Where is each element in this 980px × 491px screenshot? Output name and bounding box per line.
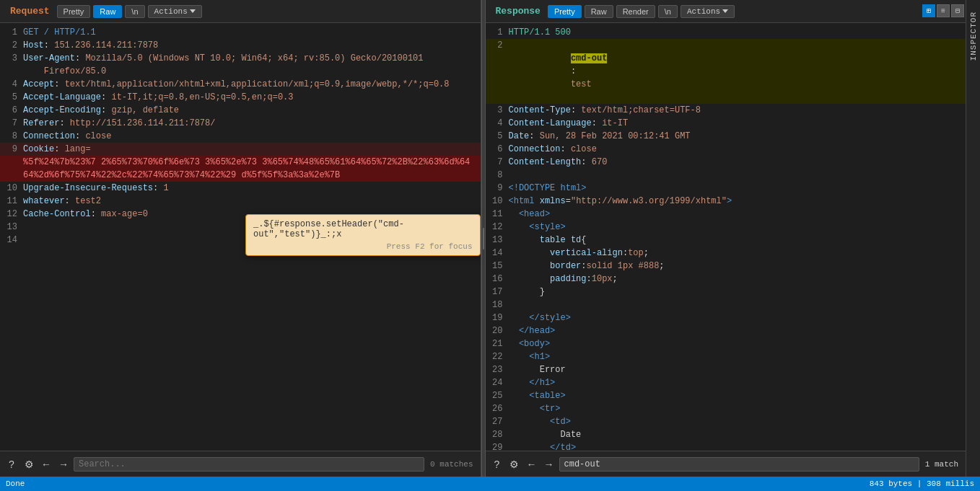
response-line: 17 } [486, 286, 966, 298]
response-line: 20 </head> [486, 324, 966, 337]
request-line-highlight: 64%2d%6f%75%74%22%2c%22%74%65%73%74%22%2… [0, 169, 481, 182]
response-line: 25 <table> [486, 389, 966, 402]
request-search-input[interactable] [74, 457, 424, 472]
response-line: 23 Error [486, 363, 966, 376]
settings-icon[interactable]: ⚙ [22, 457, 36, 472]
request-line: 5 Accept-Language: it-IT,it;q=0.8,en-US;… [0, 91, 481, 104]
response-line: 5 Date: Sun, 28 Feb 2021 00:12:41 GMT [486, 130, 966, 143]
tab-response-pretty[interactable]: Pretty [548, 5, 582, 18]
request-line: 11 whatever: test2 [0, 195, 481, 208]
request-content: 1 GET / HTTP/1.1 2 Host: 151.236.114.211… [0, 23, 481, 451]
response-line: 3 Content-Type: text/html;charset=UTF-8 [486, 104, 966, 117]
inspector-label[interactable]: INSPECTOR [968, 6, 979, 66]
request-toolbar: ? ⚙ ← → 0 matches [0, 451, 481, 477]
request-line-highlight: 9 Cookie: lang= [0, 143, 481, 156]
tab-request-newline[interactable]: \n [125, 5, 144, 18]
response-line: 6 Connection: close [486, 143, 966, 156]
request-panel: Request Pretty Raw \n Actions 1 GET / HT… [0, 0, 481, 477]
response-toolbar: ? ⚙ ← → 1 match [486, 451, 966, 477]
request-line: 6 Accept-Encoding: gzip, deflate [0, 104, 481, 117]
response-line: 19 </style> [486, 311, 966, 324]
tab-response-raw[interactable]: Raw [585, 5, 613, 18]
response-line: 15 border:solid 1px #888; [486, 260, 966, 273]
response-line: 13 table td{ [486, 234, 966, 247]
request-line: 10 Upgrade-Insecure-Requests: 1 [0, 182, 481, 195]
request-title: Request [6, 4, 54, 18]
chevron-down-icon [190, 9, 196, 13]
response-line: 29 </td> [486, 441, 966, 451]
response-line: 28 Date [486, 428, 966, 441]
request-line: 4 Accept: text/html,application/xhtml+xm… [0, 78, 481, 91]
request-line: 7 Referer: http://151.236.114.211:7878/ [0, 117, 481, 130]
response-line: 1 HTTP/1.1 500 [486, 26, 966, 39]
request-match-count: 0 matches [427, 460, 476, 469]
settings-icon[interactable]: ⚙ [507, 457, 522, 472]
inspector-sidebar[interactable]: INSPECTOR [966, 0, 980, 477]
response-line: 7 Content-Length: 670 [486, 156, 966, 169]
response-line: 10 <html xmlns="http://www.w3.org/1999/x… [486, 195, 966, 208]
request-line: 1 GET / HTTP/1.1 [0, 26, 481, 39]
forward-icon[interactable]: → [542, 457, 556, 472]
tooltip-popup: _.${#response.setHeader("cmd-out","test"… [245, 214, 481, 256]
chevron-down-icon [722, 9, 728, 13]
tab-response-render[interactable]: Render [616, 5, 655, 18]
tab-request-pretty[interactable]: Pretty [57, 5, 91, 18]
request-line: 8 Connection: close [0, 130, 481, 143]
response-line: 16 padding:10px; [486, 273, 966, 286]
request-header: Request Pretty Raw \n Actions [0, 0, 481, 23]
response-line: 11 <head> [486, 208, 966, 221]
response-header: Response Pretty Raw Render \n Actions [486, 0, 966, 23]
response-content: 1 HTTP/1.1 500 2 cmd-out : test 3 Conten… [486, 23, 966, 451]
request-line: 2 Host: 151.236.114.211:7878 [0, 39, 481, 52]
help-icon[interactable]: ? [490, 457, 504, 472]
status-bar: Done 843 bytes | 308 millis [0, 477, 980, 491]
request-line-highlight: %5f%24%7b%23%7 2%65%73%70%6f%6e%73 3%65%… [0, 156, 481, 169]
tooltip-text: _.${#response.setHeader("cmd-out","test"… [253, 219, 473, 239]
response-line: 27 <td> [486, 415, 966, 428]
tab-request-raw[interactable]: Raw [93, 5, 122, 18]
highlight-cmd-out: cmd-out [571, 53, 607, 63]
status-right: 843 bytes | 308 millis [870, 479, 974, 488]
response-line: 12 <style> [486, 221, 966, 234]
forward-icon[interactable]: → [56, 457, 71, 472]
response-line: 8 [486, 169, 966, 182]
response-line: 4 Content-Language: it-IT [486, 117, 966, 130]
response-line: 14 vertical-align:top; [486, 247, 966, 260]
request-line: 3 User-Agent: Mozilla/5.0 (Windows NT 10… [0, 52, 481, 65]
split-view-icon[interactable]: ⊞ [922, 4, 935, 17]
response-title: Response [491, 4, 545, 18]
response-line-highlight: 2 cmd-out : test [486, 39, 966, 104]
response-actions-button[interactable]: Actions [681, 5, 735, 18]
request-line: Firefox/85.0 [0, 65, 481, 78]
response-search-input[interactable] [559, 457, 919, 472]
help-icon[interactable]: ? [4, 457, 19, 472]
response-line: 26 <tr> [486, 402, 966, 415]
request-actions-button[interactable]: Actions [148, 5, 202, 18]
response-line: 24 </h1> [486, 376, 966, 389]
grid-view-icon[interactable]: ⊟ [951, 4, 964, 17]
response-line: 21 <body> [486, 337, 966, 350]
response-line: 9 <!DOCTYPE html> [486, 182, 966, 195]
tab-response-newline[interactable]: \n [658, 5, 678, 18]
back-icon[interactable]: ← [39, 457, 53, 472]
response-line: 22 <h1> [486, 350, 966, 363]
response-panel: Response Pretty Raw Render \n Actions 1 … [486, 0, 966, 477]
list-view-icon[interactable]: ≡ [937, 4, 950, 17]
tooltip-hint: Press F2 for focus [253, 242, 473, 251]
response-line: 18 [486, 298, 966, 311]
back-icon[interactable]: ← [525, 457, 539, 472]
response-match-count: 1 match [922, 460, 961, 469]
status-left: Done [6, 479, 25, 488]
